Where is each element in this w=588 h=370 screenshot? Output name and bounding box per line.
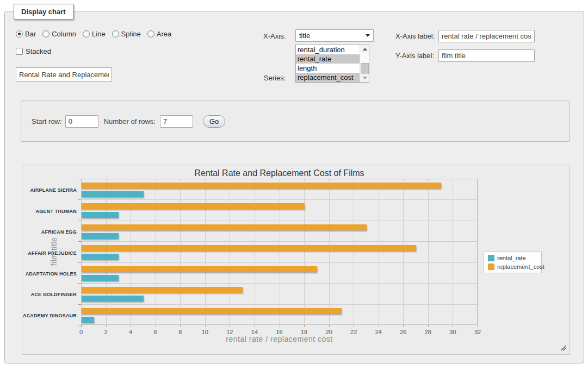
x-tick-label: 20 (321, 329, 337, 335)
gridline (478, 179, 478, 325)
x-tick (156, 325, 156, 327)
x-tick-label: 2 (98, 329, 114, 335)
chart-type-radio-bar[interactable]: Bar (16, 30, 36, 38)
bar-rental_rate-airplane-sierra[interactable] (82, 191, 144, 197)
x-axis-select[interactable]: title (295, 29, 374, 42)
y-tick (78, 283, 81, 284)
y-axis-label-input[interactable] (438, 49, 535, 62)
bar-rental_rate-adaptation-holes[interactable] (82, 275, 119, 281)
start-row-input[interactable] (65, 115, 98, 128)
bar-replacement_cost-agent-truman[interactable] (82, 203, 305, 209)
row-range-panel: Start row: Number of rows: Go (21, 101, 570, 142)
arrow-down-icon (363, 77, 367, 79)
x-tick-label: 26 (395, 329, 411, 335)
x-tick (131, 325, 131, 327)
x-axis-title: rental rate / replacement cost (81, 335, 478, 343)
radio-icon (16, 30, 23, 37)
chart-legend: rental_ratereplacement_cost (484, 252, 542, 273)
bar-rental_rate-academy-dinosaur[interactable] (82, 317, 94, 323)
x-axis-label-field-label: X-Axis label: (395, 32, 435, 40)
bar-replacement_cost-airplane-sierra[interactable] (82, 183, 441, 189)
scrollbar-thumb[interactable] (361, 63, 369, 75)
stacked-checkbox[interactable] (16, 48, 23, 55)
category-label: ACADEMY DINOSAUR (22, 313, 77, 318)
radio-label: Column (52, 30, 76, 38)
chart-type-radio-column[interactable]: Column (42, 30, 76, 38)
chart-type-radio-area[interactable]: Area (147, 30, 171, 38)
series-scrollbar[interactable] (360, 45, 369, 82)
bar-rental_rate-african-egg[interactable] (82, 233, 119, 239)
number-of-rows-label: Number of rows: (104, 117, 156, 126)
x-axis-selected-value: title (299, 32, 366, 40)
plot-area (81, 179, 478, 325)
category-label: AFRICAN EGG (22, 229, 77, 235)
y-tick (78, 199, 81, 200)
series-option-rental_rate[interactable]: rental_rate (296, 54, 360, 64)
x-tick-label: 32 (469, 329, 486, 335)
start-row-label: Start row: (32, 117, 62, 126)
x-tick (280, 325, 280, 327)
x-tick (255, 325, 255, 327)
x-axis-label-input[interactable] (438, 30, 535, 42)
x-tick (205, 325, 206, 327)
x-tick-label: 24 (370, 329, 387, 335)
category-label: AIRPLANE SIERRA (22, 187, 77, 193)
x-tick-label: 4 (122, 329, 139, 335)
x-tick-label: 12 (221, 329, 238, 335)
radio-icon (42, 30, 49, 37)
bar-replacement_cost-adaptation-holes[interactable] (82, 266, 317, 272)
y-axis-label-field-label: Y-Axis label: (395, 52, 434, 60)
category-label: AFFAIR PREJUDICE (22, 250, 77, 256)
bar-replacement_cost-affair-prejudice[interactable] (82, 245, 416, 251)
bar-replacement_cost-ace-goldfinger[interactable] (82, 287, 243, 293)
x-tick (304, 325, 305, 327)
resize-handle-icon[interactable] (560, 344, 566, 350)
series-option-length[interactable]: length (296, 64, 360, 73)
y-tick (78, 179, 81, 179)
arrow-up-icon (363, 48, 367, 51)
bar-rental_rate-agent-truman[interactable] (82, 212, 119, 218)
bar-replacement_cost-african-egg[interactable] (82, 224, 367, 230)
series-options: rental_durationrental_ratelengthreplacem… (296, 45, 369, 82)
category-label: AGENT TRUMAN (22, 209, 77, 214)
bar-rental_rate-ace-goldfinger[interactable] (82, 296, 144, 302)
category-label: ADAPTATION HOLES (22, 271, 77, 277)
panel-title: Display chart (14, 4, 73, 20)
x-tick (453, 325, 453, 327)
y-tick (78, 221, 81, 221)
legend-label: rental_rate (497, 255, 526, 261)
radio-label: Spline (121, 30, 141, 38)
chevron-down-icon (366, 34, 370, 37)
series-multiselect[interactable]: rental_durationrental_ratelengthreplacem… (295, 45, 369, 83)
x-tick-label: 14 (246, 329, 263, 335)
x-tick-label: 10 (197, 329, 213, 335)
x-tick (403, 325, 404, 327)
series-option-replacement_cost[interactable]: replacement_cost (296, 73, 360, 82)
y-tick (78, 262, 81, 263)
chart-title: Rental Rate and Replacement Cost of Film… (81, 168, 478, 178)
chart-type-radio-spline[interactable]: Spline (112, 30, 141, 38)
chart: Rental Rate and Replacement Cost of Film… (22, 165, 570, 355)
category-label: ACE GOLDFINGER (22, 292, 77, 297)
x-tick-label: 22 (345, 329, 362, 335)
legend-item-rental_rate[interactable]: rental_rate (488, 255, 537, 261)
chart-title-input[interactable] (16, 67, 112, 81)
x-tick (106, 325, 107, 327)
legend-swatch (488, 264, 494, 270)
number-of-rows-input[interactable] (160, 115, 193, 128)
series-option-rental_duration[interactable]: rental_duration (296, 45, 360, 54)
bar-rental_rate-affair-prejudice[interactable] (82, 254, 119, 260)
legend-item-replacement_cost[interactable]: replacement_cost (488, 264, 537, 270)
x-tick (428, 325, 429, 327)
scrollbar-up-button[interactable] (360, 45, 369, 53)
radio-icon (147, 30, 154, 37)
go-button[interactable]: Go (203, 115, 225, 128)
scrollbar-down-button[interactable] (360, 74, 369, 82)
radio-label: Area (157, 30, 171, 38)
bar-replacement_cost-academy-dinosaur[interactable] (82, 308, 342, 314)
series-select-label: Series: (264, 74, 286, 82)
x-tick-label: 6 (147, 329, 164, 335)
y-tick (78, 304, 81, 305)
stacked-checkbox-row: Stacked (16, 47, 51, 55)
chart-type-radio-line[interactable]: Line (83, 30, 106, 38)
